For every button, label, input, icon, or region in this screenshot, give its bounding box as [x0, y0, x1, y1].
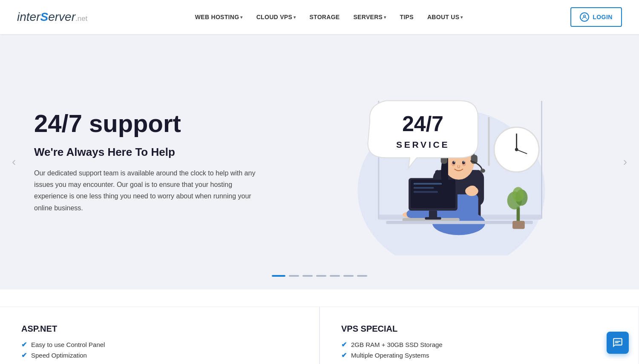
check-icon: ✔: [341, 341, 347, 349]
hero-title: 24/7 support: [34, 110, 290, 137]
chevron-down-icon: ▾: [294, 15, 296, 20]
svg-rect-18: [386, 221, 533, 224]
svg-rect-2: [488, 117, 490, 166]
nav-item-web-hosting[interactable]: WEB HOSTING ▾: [190, 10, 248, 24]
slider-dot-3[interactable]: [302, 275, 313, 277]
navbar: interServer.net WEB HOSTING ▾ CLOUD VPS …: [0, 0, 639, 34]
slider-dot-5[interactable]: [330, 275, 340, 277]
check-icon: ✔: [341, 351, 347, 359]
svg-text:24/7: 24/7: [402, 112, 443, 136]
login-button[interactable]: LOGIN: [570, 7, 622, 27]
chevron-down-icon: ▾: [461, 15, 463, 20]
svg-point-34: [454, 161, 455, 163]
svg-rect-9: [541, 101, 542, 219]
hero-section: ‹ 24/7 support We're Always Here To Help…: [0, 34, 639, 289]
logo-text: interServer.net: [17, 10, 87, 24]
site-logo[interactable]: interServer.net: [17, 10, 87, 24]
slider-dot-7[interactable]: [357, 275, 367, 277]
nav-item-about-us[interactable]: ABOUT US ▾: [422, 10, 468, 24]
svg-rect-22: [414, 187, 434, 189]
svg-rect-47: [615, 341, 621, 342]
feature-card-asp-net: ASP.NET ✔ Easy to use Control Panel ✔ Sp…: [0, 307, 320, 364]
nav-item-storage[interactable]: STORAGE: [304, 10, 345, 24]
svg-point-33: [462, 161, 465, 164]
feature-item: ✔ 2GB RAM + 30GB SSD Storage: [341, 341, 617, 349]
chevron-down-icon: ▾: [384, 15, 386, 20]
chat-icon: [612, 337, 623, 348]
feature-list-vps-special: ✔ 2GB RAM + 30GB SSD Storage ✔ Multiple …: [341, 341, 617, 359]
nav-item-tips[interactable]: TIPS: [395, 10, 419, 24]
hero-svg-illustration: 24/7 SERVICE: [345, 68, 550, 255]
check-icon: ✔: [21, 351, 27, 359]
svg-point-32: [452, 161, 455, 164]
svg-rect-25: [425, 217, 441, 220]
hero-illustration: 24/7 SERVICE: [290, 60, 605, 264]
svg-rect-24: [429, 211, 437, 218]
slider-dot-1[interactable]: [272, 275, 285, 277]
feature-item: ✔ Easy to use Control Panel: [21, 341, 298, 349]
features-section: ASP.NET ✔ Easy to use Control Panel ✔ Sp…: [0, 289, 639, 364]
chat-button[interactable]: [607, 332, 629, 354]
nav-item-servers[interactable]: SERVERS ▾: [348, 10, 391, 24]
feature-title-vps-special: VPS SPECIAL: [341, 324, 617, 334]
svg-text:SERVICE: SERVICE: [396, 140, 449, 149]
feature-item: ✔ Speed Optimization: [21, 351, 298, 359]
slider-dots: [272, 275, 367, 277]
svg-point-35: [463, 161, 464, 163]
svg-point-0: [584, 15, 586, 17]
svg-rect-48: [615, 342, 619, 343]
slider-next-button[interactable]: ›: [620, 152, 630, 171]
feature-list-asp-net: ✔ Easy to use Control Panel ✔ Speed Opti…: [21, 341, 298, 359]
slider-dot-2[interactable]: [289, 275, 299, 277]
check-icon: ✔: [21, 341, 27, 349]
svg-rect-23: [414, 191, 438, 193]
features-grid: ASP.NET ✔ Easy to use Control Panel ✔ Sp…: [0, 307, 639, 364]
feature-title-asp-net: ASP.NET: [21, 324, 298, 334]
svg-rect-42: [517, 206, 520, 223]
feature-item: ✔ Multiple Operating Systems: [341, 351, 617, 359]
slider-dot-4[interactable]: [316, 275, 326, 277]
svg-rect-21: [414, 183, 442, 185]
hero-content: 24/7 support We're Always Here To Help O…: [34, 110, 290, 214]
svg-point-45: [512, 187, 524, 201]
nav-item-cloud-vps[interactable]: CLOUD VPS ▾: [251, 10, 301, 24]
svg-point-38: [480, 169, 485, 173]
slider-dot-6[interactable]: [343, 275, 354, 277]
login-icon: [580, 12, 589, 22]
chevron-down-icon: ▾: [240, 15, 242, 20]
feature-card-vps-special: VPS SPECIAL ✔ 2GB RAM + 30GB SSD Storage…: [320, 307, 639, 364]
hero-subtitle: We're Always Here To Help: [34, 146, 290, 159]
hero-description: Our dedicated support team is available …: [34, 167, 256, 214]
svg-rect-46: [512, 221, 525, 229]
nav-links: WEB HOSTING ▾ CLOUD VPS ▾ STORAGE SERVER…: [190, 10, 468, 24]
slider-prev-button[interactable]: ‹: [9, 152, 19, 171]
